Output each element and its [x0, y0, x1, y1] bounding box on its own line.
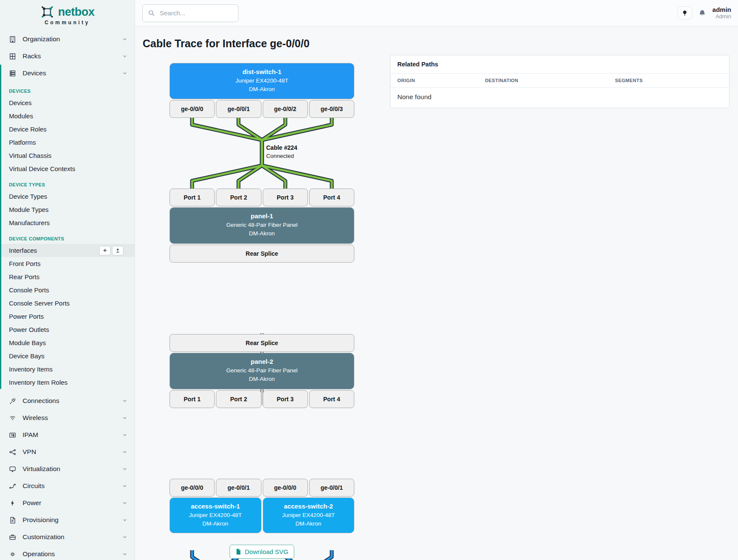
sidebar-group-wireless[interactable]: Wireless [0, 409, 135, 426]
sidebar-item-device-bays[interactable]: Device Bays [1, 349, 135, 363]
port-box[interactable]: Port 3 [263, 390, 308, 408]
document-icon [9, 517, 17, 524]
interface-box[interactable]: ge-0/0/0 [169, 100, 215, 118]
port-box[interactable]: Port 1 [169, 390, 215, 408]
sidebar-group-label: Connections [23, 397, 122, 405]
rear-splice-2[interactable]: Rear Splice [169, 334, 354, 352]
dist-interface-row: ge-0/0/0 ge-0/0/1 ge-0/0/2 ge-0/0/3 [169, 100, 354, 118]
add-interface-button[interactable] [99, 246, 111, 255]
search-input[interactable] [159, 9, 233, 17]
device-name: access-switch-1 [170, 502, 261, 511]
import-interfaces-button[interactable] [112, 246, 123, 255]
sidebar-item-module-bays[interactable]: Module Bays [1, 336, 135, 349]
sidebar-group-label: Customization [23, 533, 122, 541]
node-panel-2[interactable]: panel-2 Generic 48-Pair Fiber Panel DM-A… [169, 353, 354, 389]
sidebar-item-console-server-ports[interactable]: Console Server Ports [1, 297, 135, 310]
sidebar-item-platforms[interactable]: Platforms [1, 136, 135, 149]
chevron-down-icon [122, 483, 128, 489]
sidebar-group-label: IPAM [23, 431, 122, 439]
port-box[interactable]: Port 2 [216, 390, 261, 408]
chevron-down-icon [122, 449, 128, 455]
sidebar-item-device-roles[interactable]: Device Roles [1, 123, 135, 136]
sidebar-group-provisioning[interactable]: Provisioning [0, 511, 135, 529]
sidebar-item-device-types[interactable]: Device Types [1, 190, 135, 203]
theme-toggle-button[interactable] [678, 6, 692, 20]
chevron-down-icon [122, 500, 128, 506]
user-menu[interactable]: admin Admin [712, 6, 731, 20]
port-box[interactable]: Port 2 [216, 189, 261, 206]
rear-splice-1[interactable]: Rear Splice [169, 245, 354, 263]
cable-224-label[interactable]: Cable #224 Connected [266, 144, 297, 159]
global-search[interactable] [142, 4, 238, 22]
device-site: DM-Akron [170, 229, 354, 238]
interface-box[interactable]: ge-0/0/2 [263, 100, 308, 118]
node-dist-switch-1[interactable]: dist-switch-1 Juniper EX4200-48T DM-Akro… [169, 63, 354, 99]
node-access-switch-1[interactable]: access-switch-1 Juniper EX4200-48T DM-Ak… [169, 497, 261, 533]
sidebar-group-organization[interactable]: Organization [0, 31, 135, 48]
interface-box[interactable]: ge-0/0/1 [216, 479, 261, 497]
sidebar-group-ipam[interactable]: IPAM [0, 426, 135, 443]
sidebar-item-power-outlets[interactable]: Power Outlets [1, 323, 135, 336]
sidebar-group-connections[interactable]: Connections [0, 392, 135, 409]
sidebar-item-modules[interactable]: Modules [1, 109, 135, 123]
download-svg-button[interactable]: Download SVG [230, 545, 295, 559]
brand[interactable]: netbox Community [0, 0, 135, 31]
column-destination: DESTINATION [485, 78, 615, 83]
sidebar-item-inventory-items[interactable]: Inventory Items [1, 363, 135, 376]
cable-224-zone: Cable #224 Connected [169, 118, 354, 189]
port-box[interactable]: Port 3 [263, 189, 308, 206]
sidebar-item-module-types[interactable]: Module Types [1, 203, 135, 216]
port-box[interactable]: Port 4 [309, 390, 354, 408]
related-paths-header-row: ORIGIN DESTINATION SEGMENTS [391, 74, 729, 88]
sidebar-group-virtualization[interactable]: Virtualization [0, 460, 135, 477]
device-model: Generic 48-Pair Fiber Panel [170, 366, 354, 375]
chevron-down-icon [122, 398, 128, 404]
interface-box[interactable]: ge-0/0/1 [216, 100, 261, 118]
sidebar-group-vpn[interactable]: VPN [0, 443, 135, 460]
gear-icon [9, 551, 17, 558]
sidebar-item-rear-ports[interactable]: Rear Ports [1, 270, 135, 283]
port-box[interactable]: Port 1 [169, 189, 215, 206]
sidebar-item-devices[interactable]: Devices [1, 96, 135, 109]
panel1-port-row: Port 1 Port 2 Port 3 Port 4 [169, 189, 354, 206]
chevron-down-icon [122, 466, 128, 472]
node-panel-1[interactable]: panel-1 Generic 48-Pair Fiber Panel DM-A… [169, 207, 354, 244]
racks-icon [9, 53, 17, 60]
sidebar-group-label: Organization [23, 35, 122, 43]
sidebar-item-front-ports[interactable]: Front Ports [1, 257, 135, 270]
sidebar-item-console-ports[interactable]: Console Ports [1, 283, 135, 297]
interface-box[interactable]: ge-0/0/0 [263, 479, 308, 497]
sidebar-group-racks[interactable]: Racks [0, 48, 135, 65]
sidebar-group-circuits[interactable]: Circuits [0, 477, 135, 494]
node-access-switch-2[interactable]: access-switch-2 Juniper EX4200-48T DM-Ak… [263, 497, 355, 533]
port-box[interactable]: Port 4 [309, 189, 354, 206]
interface-box[interactable]: ge-0/0/1 [309, 479, 354, 497]
sidebar-item-interfaces[interactable]: Interfaces [1, 244, 135, 257]
chevron-down-icon [122, 70, 128, 76]
sidebar-item-manufacturers[interactable]: Manufacturers [1, 216, 135, 229]
top-bar: admin Admin [135, 0, 738, 26]
plus-icon [102, 248, 108, 253]
sidebar-group-label: Provisioning [23, 516, 122, 524]
chevron-down-icon [122, 36, 128, 42]
sidebar-group-label: Operations [23, 550, 122, 558]
device-model: Juniper EX4200-48T [170, 511, 261, 520]
column-origin: ORIGIN [397, 78, 485, 83]
chevron-down-icon [122, 517, 128, 523]
sidebar-group-customization[interactable]: Customization [0, 529, 135, 546]
sidebar-group-devices[interactable]: Devices [1, 65, 135, 82]
sidebar-item-virtual-device-contexts[interactable]: Virtual Device Contexts [1, 162, 135, 175]
sidebar-item-inventory-item-roles[interactable]: Inventory Item Roles [1, 376, 135, 389]
sidebar: netbox Community Organization Racks [0, 0, 135, 560]
sidebar-item-virtual-chassis[interactable]: Virtual Chassis [1, 149, 135, 162]
notifications-button[interactable] [698, 9, 706, 17]
related-paths-card: Related Paths ORIGIN DESTINATION SEGMENT… [390, 55, 729, 108]
device-model: Juniper EX4200-48T [170, 77, 354, 85]
sidebar-group-power[interactable]: Power [0, 494, 135, 511]
sidebar-item-power-ports[interactable]: Power Ports [1, 310, 135, 323]
interface-box[interactable]: ge-0/0/0 [169, 479, 215, 497]
sidebar-item-label: Interfaces [9, 247, 37, 254]
sidebar-group-operations[interactable]: Operations [0, 546, 135, 560]
chevron-down-icon [122, 53, 128, 59]
interface-box[interactable]: ge-0/0/3 [309, 100, 354, 118]
